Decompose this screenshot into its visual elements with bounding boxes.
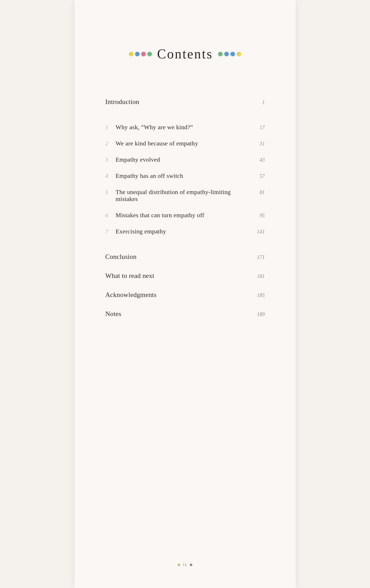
dot-green-right: [218, 52, 223, 56]
toc-page-acknowledgments: 185: [255, 292, 265, 298]
toc-page-conclusion: 171: [255, 254, 265, 260]
contents-title: Contents: [157, 46, 213, 62]
toc-left-ch1: 1 Why ask, “Why are we kind?”: [105, 124, 255, 131]
toc-page-ch1: 17: [255, 125, 265, 130]
toc-label-acknowledgments: Acknowledgments: [105, 291, 157, 299]
toc-page-introduction: 1: [255, 99, 265, 105]
toc-item-ch5: 5 The unequal distribution of empathy-li…: [105, 184, 265, 207]
toc-left-ch7: 7 Exercising empathy: [105, 228, 255, 235]
toc-item-ch3: 3 Empathy evolved 43: [105, 152, 265, 168]
dot-blue-left: [135, 52, 140, 56]
toc-number-ch4: 4: [105, 173, 111, 179]
toc-page-what-to-read: 181: [255, 273, 265, 279]
toc-left-what-to-read: What to read next: [105, 272, 255, 280]
toc-label-conclusion: Conclusion: [105, 253, 137, 261]
toc-item-conclusion: Conclusion 171: [105, 247, 265, 266]
toc-item-ch7: 7 Exercising empathy 141: [105, 223, 265, 240]
toc-item-notes: Notes 189: [105, 304, 265, 323]
toc-label-introduction: Introduction: [105, 98, 139, 106]
toc-left-ch5: 5 The unequal distribution of empathy-li…: [105, 189, 255, 203]
toc-label-ch6: Mistakes that can turn empathy off: [116, 212, 204, 219]
dots-left-group: [129, 52, 152, 56]
toc-left-ch3: 3 Empathy evolved: [105, 156, 255, 163]
toc-number-ch7: 7: [105, 228, 111, 235]
toc-label-what-to-read: What to read next: [105, 272, 155, 280]
toc-label-ch5: The unequal distribution of empathy-limi…: [116, 189, 255, 203]
toc-left-notes: Notes: [105, 310, 255, 318]
dots-right-group: [218, 52, 241, 56]
toc-page-ch4: 57: [255, 173, 265, 179]
toc-left-ch2: 2 We are kind because of empathy: [105, 140, 255, 147]
toc-label-ch4: Empathy has an off switch: [116, 172, 183, 179]
toc-item-ch1: 1 Why ask, “Why are we kind?” 17: [105, 119, 265, 135]
dot-yellow-right: [237, 52, 241, 56]
footer-dot-right: [190, 564, 192, 566]
dot-pink-left: [141, 52, 146, 56]
toc-left-conclusion: Conclusion: [105, 253, 255, 261]
toc-label-ch3: Empathy evolved: [116, 156, 160, 163]
toc-item-acknowledgments: Acknowledgments 185: [105, 285, 265, 304]
page-header: Contents: [105, 46, 265, 62]
toc-label-ch1: Why ask, “Why are we kind?”: [116, 124, 193, 131]
toc-item-what-to-read: What to read next 181: [105, 266, 265, 285]
footer-page-number: ix: [183, 562, 187, 567]
toc-left-ch4: 4 Empathy has an off switch: [105, 172, 255, 179]
toc-left-acknowledgments: Acknowledgments: [105, 291, 255, 299]
toc-item-ch6: 6 Mistakes that can turn empathy off 95: [105, 207, 265, 223]
dot-green-left: [147, 52, 152, 56]
toc-number-ch3: 3: [105, 156, 111, 163]
toc-number-ch5: 5: [105, 189, 111, 196]
toc-page-notes: 189: [255, 311, 265, 317]
toc-page-ch3: 43: [255, 157, 265, 163]
toc-item-introduction: Introduction 1: [105, 92, 265, 111]
dot-yellow-left: [129, 52, 133, 56]
toc-label-notes: Notes: [105, 310, 121, 318]
toc-page-ch5: 81: [255, 189, 265, 195]
toc-item-ch2: 2 We are kind because of empathy 31: [105, 135, 265, 152]
toc-number-ch6: 6: [105, 212, 111, 219]
spacer-2: [105, 240, 265, 247]
toc-number-ch1: 1: [105, 124, 111, 131]
toc-item-ch4: 4 Empathy has an off switch 57: [105, 168, 265, 184]
toc-left-intro: Introduction: [105, 98, 255, 106]
table-of-contents: Introduction 1 1 Why ask, “Why are we ki…: [105, 92, 265, 323]
toc-left-ch6: 6 Mistakes that can turn empathy off: [105, 212, 255, 219]
dot-blue-right2: [230, 52, 235, 56]
toc-label-ch2: We are kind because of empathy: [116, 140, 198, 147]
toc-page-ch2: 31: [255, 141, 265, 147]
footer-dot-left: [178, 564, 180, 566]
dot-blue-right1: [224, 52, 229, 56]
toc-page-ch7: 141: [255, 229, 265, 235]
book-page: Contents Introduction 1 1 Why ask, “Why …: [75, 0, 296, 588]
toc-number-ch2: 2: [105, 140, 111, 147]
spacer-1: [105, 111, 265, 119]
toc-label-ch7: Exercising empathy: [116, 228, 166, 235]
page-footer: ix: [75, 562, 296, 567]
toc-page-ch6: 95: [255, 213, 265, 218]
